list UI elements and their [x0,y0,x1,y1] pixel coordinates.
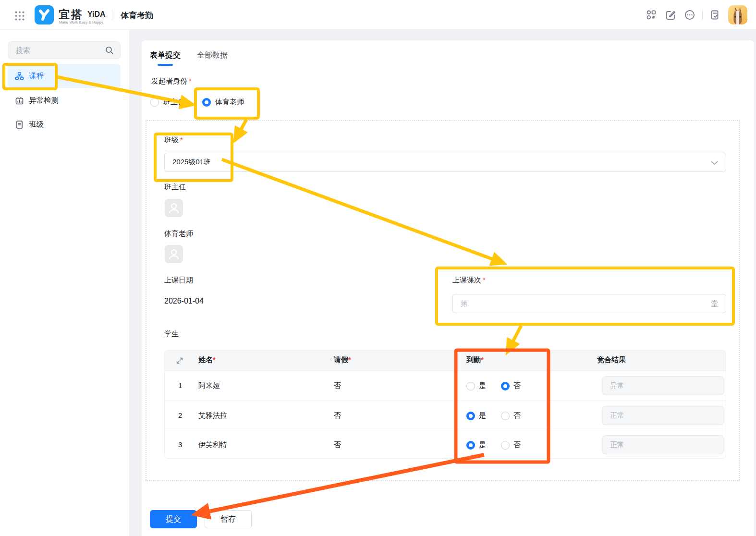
submit-button[interactable]: 提交 [150,510,197,528]
col-header-leave: 请假* [334,355,351,365]
app-launcher-icon[interactable] [14,11,25,21]
sidebar: 课程 异常检测 班级 [0,30,130,536]
row-index: 3 [178,440,182,449]
attend-no-radio[interactable]: 否 [501,411,521,420]
yida-logo-icon[interactable] [35,5,54,24]
students-table: 姓名* 请假* 到勤* 竞合结果 1 阿米娅 否 是 否 [164,350,726,459]
date-value: 2026-01-04 [164,297,204,305]
sidebar-item-label: 班级 [29,120,44,130]
lesson-prefix: 第 [461,299,468,308]
radio-circle-selected [466,412,475,420]
radio-label: 体育老师 [215,97,244,107]
header-divider [112,10,112,20]
more-options-icon[interactable] [684,9,695,21]
active-tab-underline [158,64,173,66]
initiator-label: 发起者身份* [151,77,192,86]
pe-teacher-user-placeholder-icon [165,245,183,263]
table-row: 2 艾雅法拉 否 是 否 正常 [165,401,726,430]
result-field-disabled: 异常 [602,376,724,395]
radio-pe-teacher[interactable]: 体育老师 [202,97,244,107]
radio-circle [501,412,510,420]
lesson-number-input[interactable] [472,295,703,312]
date-label: 上课日期 [164,276,193,285]
compose-edit-icon[interactable] [665,9,676,21]
workbench-pin-icon[interactable] [646,9,657,21]
top-header: 宜搭 YiDA Make Work Easy & Happy 体育考勤 [0,0,756,30]
form-card: 表单提交 全部数据 发起者身份* 班主任 体育老师 班级* 2025级01班 [142,40,754,536]
leave-value: 否 [334,411,341,420]
table-row: 1 阿米娅 否 是 否 异常 [165,371,726,401]
tab-all-data[interactable]: 全部数据 [197,50,228,61]
sidebar-item-anomaly[interactable]: 异常检测 [8,88,121,112]
attend-yes-radio[interactable]: 是 [466,411,486,420]
chevron-down-icon [711,161,718,165]
chart-box-icon [15,96,24,105]
result-field-disabled: 正常 [602,406,724,425]
search-icon [105,46,114,55]
result-field-disabled: 正常 [602,435,724,454]
brand-tagline: Make Work Easy & Happy [59,20,103,24]
head-teacher-user-placeholder-icon [165,199,183,217]
lesson-suffix: 堂 [711,299,718,308]
row-index: 1 [178,381,182,390]
required-mark: * [189,77,192,85]
sidebar-item-class[interactable]: 班级 [8,112,121,136]
org-chart-icon [15,72,24,81]
radio-circle [501,441,510,450]
attend-yes-radio[interactable]: 是 [466,381,486,390]
table-header-row: 姓名* 请假* 到勤* 竞合结果 [165,350,726,371]
radio-circle [150,98,159,107]
pe-teacher-field-label: 体育老师 [164,229,193,238]
lesson-number-field: 第 堂 [452,294,726,313]
attend-yes-radio[interactable]: 是 [466,440,486,450]
user-avatar[interactable] [728,5,747,24]
header-divider-2 [702,10,703,20]
radio-circle-selected [466,441,475,450]
sidebar-item-label: 异常检测 [29,96,59,106]
todo-clipboard-check-icon[interactable] [709,9,720,21]
tab-form-submit[interactable]: 表单提交 [150,50,181,61]
brand-name-en: YiDA [87,10,106,19]
conditional-fieldset: 班级* 2025级01班 班主任 体育老师 [146,120,740,481]
radio-circle-selected [501,382,510,390]
row-index: 2 [178,411,182,419]
head-teacher-field-label: 班主任 [164,183,186,192]
class-label: 班级* [164,135,183,145]
lesson-label: 上课课次* [452,276,486,285]
students-label: 学生 [164,329,179,339]
col-header-result: 竞合结果 [597,355,626,365]
search-input[interactable] [16,42,102,59]
sidebar-item-label: 课程 [29,71,44,81]
sidebar-search [8,41,121,59]
attend-no-radio[interactable]: 否 [501,440,521,450]
save-draft-button[interactable]: 暂存 [205,510,252,528]
class-select[interactable]: 2025级01班 [164,153,726,172]
student-name: 艾雅法拉 [198,411,227,420]
radio-label: 班主任 [163,97,185,107]
radio-circle [466,382,475,390]
expand-table-icon[interactable] [175,356,184,365]
class-select-value: 2025级01班 [172,158,211,167]
leave-value: 否 [334,440,341,450]
app-title: 体育考勤 [121,10,153,21]
col-header-attend: 到勤* [466,355,484,365]
attend-no-radio[interactable]: 否 [501,381,521,390]
sidebar-item-course[interactable]: 课程 [8,64,121,88]
leave-value: 否 [334,381,341,390]
radio-circle-selected [202,98,211,107]
document-icon [15,120,24,129]
radio-head-teacher[interactable]: 班主任 [150,97,185,107]
table-row: 3 伊芙利特 否 是 否 正常 [165,430,726,459]
student-name: 伊芙利特 [198,440,227,450]
col-header-name: 姓名* [198,355,216,365]
yida-app: 宜搭 YiDA Make Work Easy & Happy 体育考勤 [0,0,756,536]
student-name: 阿米娅 [198,381,220,390]
